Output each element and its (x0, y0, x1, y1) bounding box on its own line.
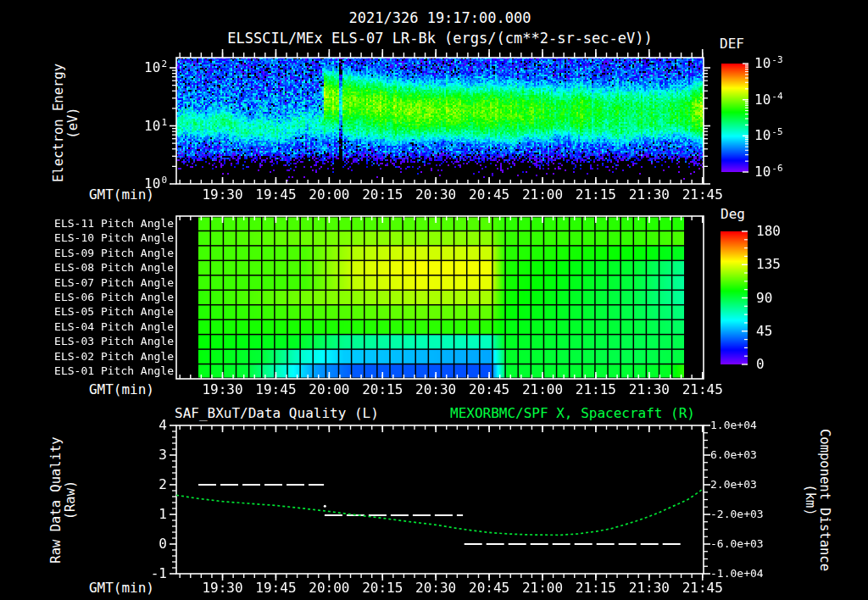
time-tick-label: 21:30 (629, 383, 670, 397)
time-tick-label: 21:00 (522, 383, 563, 397)
time-tick-label: 20:15 (362, 188, 403, 203)
energy-tick-label: 101 (144, 119, 167, 133)
time-tick-label: 21:00 (522, 581, 563, 596)
quality-tick-label: 2 (159, 478, 167, 492)
deg-colorbar-tick-label: 135 (756, 258, 781, 272)
pitch-angle-row-label: ELS-11 Pitch Angle (54, 218, 174, 230)
pitch-angle-row-label: ELS-05 Pitch Angle (54, 307, 174, 319)
time-tick-label: 20:30 (415, 383, 456, 397)
time-tick-label: 20:15 (362, 581, 403, 596)
time-tick-label: 21:15 (576, 383, 616, 397)
quality-tick-label: 0 (159, 537, 167, 552)
time-tick-label: 19:45 (255, 188, 296, 203)
time-tick-label: 20:00 (309, 383, 349, 397)
time-tick-label: 20:00 (309, 188, 349, 203)
time-tick-label: 19:30 (202, 581, 242, 596)
quality-tick-label: 4 (159, 419, 167, 433)
def-colorbar-tick-label: 10-6 (754, 165, 783, 180)
deg-colorbar-tick-label: 45 (756, 324, 772, 338)
time-tick-label: 20:45 (469, 188, 509, 203)
pitch-angle-row-label: ELS-07 Pitch Angle (54, 277, 174, 289)
distance-tick-label: -1.0e+04 (710, 568, 764, 580)
def-colorbar-tick-label: 10-4 (754, 92, 783, 107)
quality-tick-label: 1 (159, 508, 167, 522)
deg-colorbar-tick-label: 0 (756, 358, 765, 372)
distance-tick-label: 2.0e+03 (710, 479, 757, 491)
pitch-angle-row-label: ELS-02 Pitch Angle (54, 351, 174, 363)
pitch-angle-row-label: ELS-10 Pitch Angle (54, 232, 174, 244)
time-tick-label: 19:30 (202, 188, 242, 203)
pitch-angle-row-label: ELS-03 Pitch Angle (54, 336, 174, 348)
def-colorbar-tick-label: 10-5 (754, 129, 783, 143)
distance-tick-label: -6.0e+03 (710, 538, 764, 550)
time-tick-label: 21:15 (576, 188, 616, 203)
time-tick-label: 21:00 (522, 188, 563, 203)
time-tick-label: 21:30 (629, 188, 670, 203)
time-tick-label: 20:30 (415, 581, 456, 596)
plot-page: 2021/326 19:17:00.000 ELSSCIL/MEx ELS-07… (0, 0, 868, 600)
time-tick-label: 21:30 (629, 581, 670, 596)
def-colorbar-tick-label: 10-3 (754, 57, 783, 71)
distance-tick-label: -2.0e+03 (710, 508, 764, 520)
deg-colorbar-tick-label: 90 (756, 291, 772, 305)
quality-tick-label: 3 (159, 448, 167, 463)
time-tick-label: 20:45 (469, 581, 509, 596)
time-tick-label: 20:00 (309, 581, 349, 596)
time-tick-label: 21:15 (576, 581, 616, 596)
quality-tick-label: -1 (151, 567, 167, 581)
distance-tick-label: 6.0e+03 (710, 449, 757, 461)
time-tick-label: 19:45 (255, 581, 296, 596)
time-tick-label: 19:30 (202, 383, 242, 397)
time-tick-label: 21:45 (682, 383, 723, 397)
pitch-angle-row-label: ELS-08 Pitch Angle (54, 262, 174, 274)
deg-colorbar-tick-label: 180 (756, 225, 781, 239)
time-tick-label: 20:45 (469, 383, 509, 397)
pitch-angle-row-label: ELS-01 Pitch Angle (54, 365, 174, 377)
energy-tick-label: 102 (144, 61, 167, 75)
pitch-angle-row-label: ELS-06 Pitch Angle (54, 292, 174, 303)
time-tick-label: 20:15 (362, 383, 403, 397)
time-tick-label: 21:45 (682, 581, 723, 596)
time-tick-label: 21:45 (682, 188, 723, 203)
pitch-angle-row-label: ELS-09 Pitch Angle (54, 247, 174, 259)
time-tick-label: 19:45 (255, 383, 296, 397)
time-tick-label: 20:30 (415, 188, 456, 203)
pitch-angle-row-label: ELS-04 Pitch Angle (54, 321, 174, 333)
distance-tick-label: 1.0e+04 (710, 419, 757, 431)
energy-tick-label: 100 (144, 177, 167, 192)
